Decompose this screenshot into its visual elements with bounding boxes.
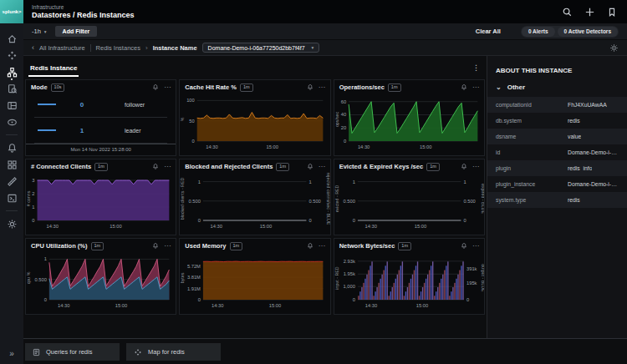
svg-text:14:30: 14:30 [364,223,376,228]
bottom-bar: Queries for redis Map for redis [23,338,627,364]
chart-card-header: Blocked and Rejected Clients1m⋯ [180,159,329,172]
svg-text:15:00: 15:00 [115,302,127,307]
alerts-bell-icon[interactable] [5,142,18,154]
infrastructure-icon-active[interactable] [5,66,18,78]
chart-card[interactable]: Cache Hit Rate %1m⋯100500%14:3015:00 [179,79,330,156]
queries-for-redis-tab[interactable]: Queries for redis [25,343,120,361]
chart-card[interactable]: Used Memory1m⋯5.72M3.81M1.91M0bytes14:30… [179,238,330,315]
chart-card-actions: ⋯ [152,242,171,250]
caret-down-icon: ▾ [312,45,314,50]
chart-more-menu-icon[interactable]: ⋯ [472,244,479,249]
chart-more-menu-icon[interactable]: ⋯ [164,164,171,169]
chart-body: 6040200ops/sec14:3015:00 [334,93,484,156]
bookmark-icon[interactable] [607,7,617,18]
property-key: plugin [496,165,568,171]
chart-more-menu-icon[interactable]: ⋯ [164,85,171,90]
map-for-redis-tab[interactable]: Map for redis [126,343,221,361]
chart-title: # Connected Clients [31,163,91,170]
breadcrumb-all-infrastructure[interactable]: All Infrastructure [39,44,85,52]
chart-card[interactable]: # Connected Clients1m⋯3210# conns14:3015… [25,159,176,235]
chart-alert-bell-icon[interactable] [307,242,314,250]
chart-alert-bell-icon[interactable] [461,83,467,91]
about-panel-title: ABOUT THIS INSTANCE [487,56,627,82]
svg-text:1: 1 [309,179,312,184]
breadcrumb-redis-instances[interactable]: Redis Instances [96,44,140,52]
about-row: plugin_instanceDomane-Demo-i-06a77250d2b… [487,176,627,192]
breadcrumb-eyebrow: Infrastructure [32,4,135,10]
alerts-pill[interactable]: 0 Alerts [522,27,555,37]
about-section-other[interactable]: ⌄ Other [487,82,627,97]
svg-text:bytes: bytes [180,272,185,283]
chart-body: 3210# conns14:3015:00 [26,172,176,235]
svg-text:2: 2 [32,190,34,195]
incident-box-icon[interactable] [5,192,18,204]
chart-plot: 3210# conns14:3015:00 [26,172,176,230]
chart-card[interactable]: Mode10s⋯0follower1leaderMon 14 Nov 2022 … [25,79,176,156]
plus-icon[interactable] [584,7,595,18]
chart-card[interactable]: Network Bytes/sec1m⋯2.93k1.95k1,0000391k… [334,238,485,315]
time-range-picker[interactable]: -1h ▾ [32,28,47,35]
property-key: plugin_instance [496,181,568,187]
svg-text:14:30: 14:30 [358,144,370,149]
chart-alert-bell-icon[interactable] [152,163,159,170]
chart-card[interactable]: Blocked and Rejected Clients1m⋯10.500010… [179,159,330,235]
back-chevron-icon[interactable]: ‹ [32,45,34,51]
clear-all-button[interactable]: Clear All [476,28,501,35]
resolution-badge: 1m [230,242,243,250]
splunk-logo[interactable]: splunk> [0,0,23,23]
data-management-icon[interactable] [5,175,18,187]
chart-card-actions: ⋯ [461,163,479,170]
chart-more-menu-icon[interactable]: ⋯ [319,164,325,169]
chart-more-menu-icon[interactable]: ⋯ [472,85,479,90]
kebab-menu-icon[interactable]: ⋮ [472,63,482,72]
chart-card[interactable]: CPU Utilization (%)1m⋯10.5000cpu %14:301… [25,238,176,315]
instance-select-dropdown[interactable]: Domane-Demo-i-06a77250d2bb7f4f7 ▾ [202,43,320,53]
settings-gear-icon[interactable] [5,218,18,230]
chart-card-header: Network Bytes/sec1m⋯ [334,239,484,251]
dashboards-icon[interactable] [5,99,18,111]
app-root: splunk> [0,0,627,364]
svg-text:20: 20 [340,125,345,130]
chart-alert-bell-icon[interactable] [152,242,159,250]
metrics-grid-icon[interactable] [5,159,18,170]
property-key: system.type [496,197,568,203]
charts-pane: Redis Instance ⋮ Mode10s⋯0follower1leade… [23,56,487,338]
chart-alert-bell-icon[interactable] [461,163,467,170]
apm-icon[interactable] [5,116,18,128]
svg-text:1: 1 [32,204,34,209]
chart-alert-bell-icon[interactable] [461,242,467,250]
property-value: redis_info [568,165,592,171]
svg-text:0.500: 0.500 [343,198,354,203]
log-observer-icon[interactable] [5,83,18,94]
add-filter-button[interactable]: Add Filter [55,26,98,37]
tab-redis-instance[interactable]: Redis Instance [28,59,79,77]
topbar-titles: Infrastructure Datastores / Redis Instan… [32,4,135,19]
dashboard-settings-gear-icon[interactable] [609,43,619,53]
navigator-icon[interactable] [5,49,18,61]
chart-alert-bell-icon[interactable] [307,83,314,91]
home-icon[interactable] [5,33,18,44]
main-column: Infrastructure Datastores / Redis Instan… [23,0,627,364]
mode-row: 1leader [34,118,167,144]
chart-more-menu-icon[interactable]: ⋯ [164,244,171,249]
chart-more-menu-icon[interactable]: ⋯ [319,85,325,90]
mode-timestamp: Mon 14 Nov 2022 15:28:00 [26,144,176,155]
chart-card-actions: ⋯ [307,242,325,250]
chart-card[interactable]: Evicted & Expired Keys /sec1m⋯10.500010.… [334,159,485,235]
chart-more-menu-icon[interactable]: ⋯ [319,244,325,249]
search-icon[interactable] [562,7,573,18]
chart-more-menu-icon[interactable]: ⋯ [472,164,479,169]
resolution-badge: 10s [51,83,65,92]
active-detectors-pill[interactable]: 0 Active Detectors [558,27,618,37]
chart-alert-bell-icon[interactable] [152,83,159,91]
chart-card[interactable]: Operations/sec1m⋯6040200ops/sec14:3015:0… [334,79,485,156]
svg-text:0: 0 [192,138,195,143]
chart-alert-bell-icon[interactable] [307,163,314,170]
chart-card-header: Operations/sec1m⋯ [334,80,484,93]
svg-text:expired - BLUE: expired - BLUE [481,184,484,214]
instance-name-label: Instance Name [153,44,197,52]
sidebar-expand-icon[interactable]: » [9,349,14,358]
chart-card-header: Mode10s⋯ [26,80,176,93]
chart-plot: 6040200ops/sec14:3015:00 [334,93,484,151]
chart-plot: 100500%14:3015:00 [180,93,329,151]
